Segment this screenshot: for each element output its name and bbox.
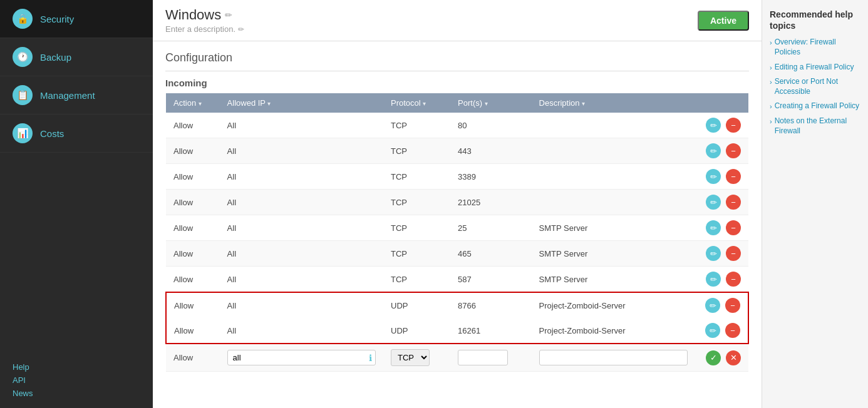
table-header-row: Action ▾ Allowed IP ▾ Protocol ▾ — [166, 93, 748, 113]
help-topic-link[interactable]: ›Overview: Firewall Policies — [770, 38, 860, 57]
table-row: Allow All TCP 25 SMTP Server ✏ − — [166, 215, 748, 241]
col-allowed-ip[interactable]: Allowed IP ▾ — [220, 93, 383, 113]
description-edit-icon[interactable]: ✏ — [238, 25, 244, 34]
cell-protocol: TCP — [383, 241, 450, 267]
cell-description: Project-Zomboid-Server — [532, 318, 695, 344]
col-description[interactable]: Description ▾ — [532, 93, 695, 113]
cell-description — [532, 113, 695, 138]
cell-protocol: TCP — [383, 190, 450, 215]
edit-row-button[interactable]: ✏ — [706, 272, 721, 287]
action-sort-icon: ▾ — [199, 100, 202, 107]
col-protocol[interactable]: Protocol ▾ — [383, 93, 450, 113]
firewall-table: Action ▾ Allowed IP ▾ Protocol ▾ — [165, 93, 749, 372]
add-ip-input[interactable] — [227, 350, 376, 365]
add-confirm-cell: ✓ ✕ — [695, 344, 748, 372]
edit-row-button[interactable]: ✏ — [706, 118, 721, 133]
cell-row-actions: ✏ − — [695, 113, 748, 138]
cell-row-actions: ✏ − — [695, 267, 748, 293]
add-port-cell[interactable] — [450, 344, 531, 372]
add-ip-cell[interactable]: ℹ — [220, 344, 383, 372]
table-row: Allow All TCP 465 SMTP Server ✏ − — [166, 241, 748, 267]
remove-row-button[interactable]: − — [726, 246, 741, 261]
edit-row-button[interactable]: ✏ — [706, 169, 721, 184]
cell-ports: 25 — [450, 215, 531, 241]
ip-info-icon: ℹ — [369, 353, 372, 363]
remove-row-button[interactable]: − — [726, 169, 741, 184]
cell-ports: 16261 — [450, 318, 531, 344]
help-link[interactable]: Help — [13, 362, 140, 372]
edit-row-button[interactable]: ✏ — [705, 323, 720, 338]
remove-row-button[interactable]: − — [725, 298, 740, 313]
remove-row-button[interactable]: − — [726, 272, 741, 287]
add-port-input[interactable] — [458, 350, 508, 365]
title-edit-icon[interactable]: ✏ — [225, 10, 232, 20]
edit-row-button[interactable]: ✏ — [705, 298, 720, 313]
subsection-title: Incoming — [165, 78, 749, 88]
sidebar-item-security-label: Security — [40, 14, 74, 24]
remove-row-button[interactable]: − — [725, 323, 740, 338]
cell-row-actions: ✏ − — [695, 215, 748, 241]
help-arrow-icon: › — [770, 78, 772, 86]
cell-description: SMTP Server — [532, 241, 695, 267]
table-row: Allow All TCP 3389 ✏ − — [166, 164, 748, 190]
edit-row-button[interactable]: ✏ — [706, 143, 721, 158]
header: Windows ✏ Enter a description. ✏ Active — [153, 0, 762, 41]
edit-row-button[interactable]: ✏ — [706, 195, 721, 210]
cell-description: SMTP Server — [532, 215, 695, 241]
cell-row-actions: ✏ − — [695, 138, 748, 164]
remove-row-button[interactable]: − — [726, 220, 741, 235]
add-protocol-select[interactable]: TCP UDP — [391, 349, 430, 366]
cell-action: Allow — [166, 318, 220, 344]
help-topic-link[interactable]: ›Editing a Firewall Policy — [770, 63, 860, 73]
add-rule-row: Allow ℹ TCP UDP ✓ ✕ — [166, 344, 748, 372]
help-topic-link[interactable]: ›Creating a Firewall Policy — [770, 101, 860, 111]
cell-action: Allow — [166, 241, 220, 267]
cell-description — [532, 138, 695, 164]
cell-ports: 8766 — [450, 292, 531, 318]
sidebar-item-backup[interactable]: 🕐 Backup — [0, 38, 153, 76]
active-status-button[interactable]: Active — [698, 11, 749, 31]
sidebar-item-costs[interactable]: 📊 Costs — [0, 115, 153, 153]
cell-protocol: TCP — [383, 267, 450, 293]
help-topic-link[interactable]: ›Service or Port Not Accessible — [770, 77, 860, 96]
news-link[interactable]: News — [13, 389, 140, 398]
remove-row-button[interactable]: − — [726, 143, 741, 158]
add-action-cell: Allow — [166, 344, 220, 372]
help-topic-link[interactable]: ›Notes on the External Firewall — [770, 116, 860, 136]
confirm-add-button[interactable]: ✓ — [706, 350, 721, 365]
desc-sort-icon: ▾ — [582, 100, 585, 107]
cell-allowed-ip: All — [220, 113, 383, 138]
add-desc-input[interactable] — [539, 350, 688, 365]
sidebar-item-management[interactable]: 📋 Management — [0, 76, 153, 115]
sidebar-item-costs-label: Costs — [40, 128, 64, 139]
cell-protocol: TCP — [383, 138, 450, 164]
ip-sort-icon: ▾ — [267, 100, 271, 107]
col-action[interactable]: Action ▾ — [166, 93, 220, 113]
cell-ports: 465 — [450, 241, 531, 267]
page-title: Windows ✏ — [165, 7, 244, 23]
costs-icon: 📊 — [13, 123, 33, 143]
content-main: Configuration Incoming Action ▾ Allowed … — [165, 51, 749, 398]
add-protocol-cell[interactable]: TCP UDP — [383, 344, 450, 372]
management-icon: 📋 — [13, 85, 33, 105]
cancel-add-button[interactable]: ✕ — [726, 350, 741, 365]
table-row: Allow All UDP 16261 Project-Zomboid-Serv… — [166, 318, 748, 344]
edit-row-button[interactable]: ✏ — [706, 246, 721, 261]
add-desc-cell[interactable] — [532, 344, 695, 372]
remove-row-button[interactable]: − — [726, 118, 741, 133]
description-text: Enter a description. — [165, 24, 235, 34]
cell-protocol: TCP — [383, 215, 450, 241]
cell-allowed-ip: All — [220, 190, 383, 215]
edit-row-button[interactable]: ✏ — [706, 220, 721, 235]
cell-allowed-ip: All — [220, 164, 383, 190]
remove-row-button[interactable]: − — [726, 195, 741, 210]
api-link[interactable]: API — [13, 375, 140, 385]
sidebar-item-security[interactable]: 🔒 Security — [0, 0, 153, 38]
cell-allowed-ip: All — [220, 267, 383, 293]
cell-action: Allow — [166, 190, 220, 215]
cell-ports: 21025 — [450, 190, 531, 215]
cell-description — [532, 164, 695, 190]
cell-row-actions: ✏ − — [695, 190, 748, 215]
cell-row-actions: ✏ − — [695, 318, 748, 344]
col-ports[interactable]: Port(s) ▾ — [450, 93, 531, 113]
